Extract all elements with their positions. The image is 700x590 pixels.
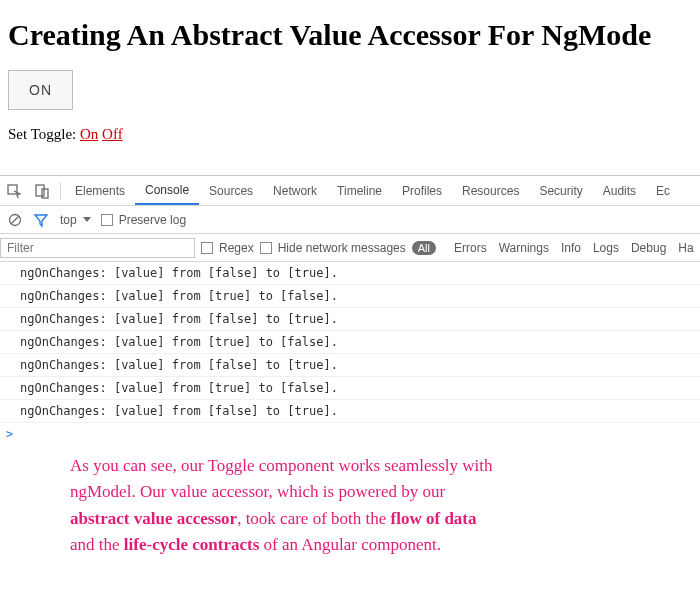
console-row: ngOnChanges: [value] from [true] to [fal…: [0, 331, 700, 354]
level-ha[interactable]: Ha: [678, 241, 693, 255]
level-info[interactable]: Info: [561, 241, 581, 255]
annotation-strong: life-cycle contracts: [124, 535, 259, 554]
preserve-log-label: Preserve log: [119, 213, 186, 227]
tab-profiles[interactable]: Profiles: [392, 176, 452, 205]
annotation-strong: flow of data: [391, 509, 477, 528]
console-row: ngOnChanges: [value] from [true] to [fal…: [0, 285, 700, 308]
console-row: ngOnChanges: [value] from [false] to [tr…: [0, 354, 700, 377]
tab-console[interactable]: Console: [135, 176, 199, 205]
toggle-button[interactable]: ON: [8, 70, 73, 110]
filter-input[interactable]: [0, 238, 195, 258]
set-toggle-label: Set Toggle:: [8, 126, 80, 142]
devtools-panel: ElementsConsoleSourcesNetworkTimelinePro…: [0, 175, 700, 578]
tab-divider: [60, 182, 61, 200]
svg-rect-0: [8, 185, 17, 194]
tab-elements[interactable]: Elements: [65, 176, 135, 205]
checkbox-icon: [201, 242, 213, 254]
tab-network[interactable]: Network: [263, 176, 327, 205]
filter-icon[interactable]: [32, 206, 50, 233]
context-selector-label: top: [60, 213, 77, 227]
set-toggle-off-link[interactable]: Off: [102, 126, 123, 142]
annotation-line: and the: [70, 535, 124, 554]
console-row: ngOnChanges: [value] from [true] to [fal…: [0, 377, 700, 400]
page-title: Creating An Abstract Value Accessor For …: [8, 18, 692, 52]
annotation-strong: abstract value accessor: [70, 509, 237, 528]
regex-label: Regex: [219, 241, 254, 255]
console-filter-bar: Regex Hide network messages All ErrorsWa…: [0, 234, 700, 262]
console-output: ngOnChanges: [value] from [false] to [tr…: [0, 262, 700, 423]
console-prompt[interactable]: >: [0, 423, 700, 445]
level-errors[interactable]: Errors: [454, 241, 487, 255]
inspect-element-icon[interactable]: [0, 176, 28, 205]
device-toolbar-icon[interactable]: [28, 176, 56, 205]
level-debug[interactable]: Debug: [631, 241, 666, 255]
annotation-text: As you can see, our Toggle component wor…: [0, 445, 700, 578]
annotation-line: of an Angular component.: [259, 535, 441, 554]
set-toggle-on-link[interactable]: On: [80, 126, 98, 142]
annotation-line: ngModel. Our value accessor, which is po…: [70, 482, 445, 501]
checkbox-icon: [260, 242, 272, 254]
level-all-pill[interactable]: All: [412, 241, 436, 255]
devtools-tab-strip: ElementsConsoleSourcesNetworkTimelinePro…: [0, 176, 700, 206]
console-row: ngOnChanges: [value] from [false] to [tr…: [0, 400, 700, 423]
tab-security[interactable]: Security: [529, 176, 592, 205]
set-toggle-line: Set Toggle: On Off: [8, 126, 692, 143]
console-toolbar: top Preserve log: [0, 206, 700, 234]
checkbox-icon: [101, 214, 113, 226]
tab-audits[interactable]: Audits: [593, 176, 646, 205]
console-row: ngOnChanges: [value] from [false] to [tr…: [0, 308, 700, 331]
chevron-down-icon: [83, 217, 91, 222]
hide-network-label: Hide network messages: [278, 241, 406, 255]
regex-checkbox[interactable]: Regex: [201, 241, 254, 255]
tab-ec[interactable]: Ec: [646, 176, 680, 205]
tab-sources[interactable]: Sources: [199, 176, 263, 205]
hide-network-checkbox[interactable]: Hide network messages: [260, 241, 406, 255]
level-logs[interactable]: Logs: [593, 241, 619, 255]
context-selector[interactable]: top: [56, 213, 95, 227]
svg-rect-1: [36, 185, 44, 196]
annotation-line: , took care of both the: [237, 509, 390, 528]
console-row: ngOnChanges: [value] from [false] to [tr…: [0, 262, 700, 285]
tab-timeline[interactable]: Timeline: [327, 176, 392, 205]
tab-resources[interactable]: Resources: [452, 176, 529, 205]
level-warnings[interactable]: Warnings: [499, 241, 549, 255]
clear-console-icon[interactable]: [4, 206, 26, 233]
annotation-line: As you can see, our Toggle component wor…: [70, 456, 492, 475]
preserve-log-checkbox[interactable]: Preserve log: [101, 213, 186, 227]
